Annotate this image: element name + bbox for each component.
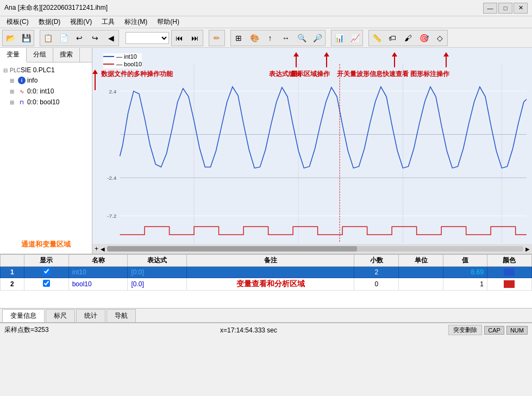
zoom-in-button[interactable]: 🔍 (294, 30, 309, 46)
svg-text:-7.2: -7.2 (107, 213, 117, 219)
display-ops-group: ⊞ 🎨 ↑ ↔ 🔍 🔎 (230, 30, 326, 46)
close-button[interactable]: ✕ (514, 3, 528, 14)
menu-annotation[interactable]: 标注(M) (120, 16, 152, 28)
data-ops-group: 📋 📄 ↩ ↪ ◀ (40, 30, 119, 46)
undo-button[interactable]: ↩ (72, 30, 87, 46)
row1-show[interactable] (24, 267, 68, 278)
fit-button[interactable]: ↔ (278, 30, 293, 46)
expand-int-icon: ⊞ (10, 89, 16, 95)
row2-show[interactable] (24, 278, 68, 291)
scroll-right-button[interactable]: ▶ (525, 246, 530, 252)
chart-scrollbar[interactable]: + ◀ ▶ (92, 244, 532, 254)
expand-info-icon: ⊞ (10, 78, 16, 84)
table-row: 1 int10 [0:0] 2 8.69 (1, 267, 532, 278)
tag-button[interactable]: 🏷 (385, 30, 400, 46)
legend-int10: — int10 (103, 53, 142, 60)
statusbar: 采样点数=3253 x=17:14:54.333 sec 突变删除 CAP NU… (0, 323, 532, 337)
col-unit: 单位 (399, 255, 443, 267)
menu-view[interactable]: 视图(V) (66, 16, 96, 28)
row1-note (187, 267, 354, 278)
tree-bool10: ⊞ ⊓ 0:0: bool10 (9, 97, 90, 108)
bool-icon: ⊓ (17, 98, 26, 106)
file-ops-group: 📂 💾 (2, 30, 34, 46)
minimize-button[interactable]: — (483, 3, 497, 14)
bool-info-button[interactable]: 📊 (331, 30, 347, 46)
ruler-button[interactable]: 📏 (369, 30, 384, 46)
menu-tools[interactable]: 工具 (97, 16, 119, 28)
btab-stats[interactable]: 统计 (76, 309, 105, 322)
grid-button[interactable]: ⊞ (231, 30, 246, 46)
scroll-plus-button[interactable]: + (95, 245, 98, 253)
plc-icon: PLC (11, 66, 20, 74)
btab-nav[interactable]: 导航 (107, 309, 136, 322)
up-button[interactable]: ↑ (262, 30, 278, 46)
row2-unit (399, 278, 443, 291)
paint-button[interactable]: 🖌 (400, 30, 416, 46)
row2-color (487, 278, 531, 291)
copy-button[interactable]: 📋 (40, 30, 55, 46)
btab-ruler[interactable]: 标尺 (46, 309, 75, 322)
variable-table-area: 显示 名称 表达式 备注 小数 单位 值 颜色 1 int10 [0:0] 2 … (0, 254, 532, 309)
paste-button[interactable]: 📄 (56, 30, 71, 46)
pencil-button[interactable]: ✏ (209, 30, 224, 46)
col-expr: 表达式 (128, 255, 187, 267)
zoom-dropdown[interactable] (126, 32, 169, 44)
expr-group: ✏ (209, 30, 225, 46)
redo-button[interactable]: ↪ (87, 30, 103, 46)
prev-button[interactable]: ⏮ (172, 30, 187, 46)
menu-help[interactable]: 帮助(H) (153, 16, 184, 28)
expand-icon: ⊟ (3, 67, 10, 73)
save-button[interactable]: 💾 (18, 30, 34, 46)
color-button[interactable]: 🎨 (247, 30, 262, 46)
open-folder-button[interactable]: 📂 (3, 30, 18, 46)
scroll-left-button[interactable]: ◀ (101, 246, 105, 252)
graphic-mark-group: 📏 🏷 🖌 🎯 ◇ (368, 30, 448, 46)
back-button[interactable]: ◀ (103, 30, 118, 46)
chart-area[interactable]: — int10 — bool10 数据文件的多种操作功能 (92, 48, 532, 254)
svg-text:-2.4: -2.4 (107, 175, 117, 181)
maximize-button[interactable]: □ (498, 3, 512, 14)
row2-note: 变量查看和分析区域 (187, 278, 354, 291)
tab-variable[interactable]: 变量 (0, 48, 27, 62)
delete-change-button[interactable]: 突变删除 (448, 325, 482, 335)
tab-group[interactable]: 分组 (27, 48, 53, 62)
col-name: 名称 (68, 255, 128, 267)
table-row: 2 bool10 [0.0] 变量查看和分析区域 0 1 (1, 278, 532, 291)
tree-int10: ⊞ ∿ 0:0: int10 (9, 86, 90, 97)
legend-int10-label: — int10 (116, 53, 137, 60)
titlebar: Ana [未命名][20220603171241.ihm] — □ ✕ (0, 0, 532, 16)
tree-root: ⊟ PLC SIE 0.PLC1 ⊞ i info ⊞ ∿ (2, 65, 90, 108)
chart-svg: 2.4 -2.4 -7.2 -12 17:14:40 17:14:50 17:1… (92, 48, 532, 254)
row2-num: 2 (1, 278, 24, 291)
target-button[interactable]: 🎯 (416, 30, 431, 46)
expand-bool-icon: ⊞ (10, 99, 16, 105)
row1-color (487, 267, 531, 278)
cursor-position: x=17:14:54.333 sec (220, 326, 277, 334)
row1-value: 8.69 (443, 267, 487, 278)
menu-template[interactable]: 模板(C) (2, 16, 33, 28)
tree-info-label: info (27, 77, 37, 84)
erase-button[interactable]: ◇ (432, 30, 447, 46)
menubar: 模板(C) 数据(D) 视图(V) 工具 标注(M) 帮助(H) (0, 16, 532, 28)
channel-area-label: 通道和变量区域 (0, 235, 92, 254)
cap-indicator: CAP (484, 326, 504, 335)
col-display: 显示 (24, 255, 68, 267)
tab-search[interactable]: 搜索 (53, 48, 80, 62)
svg-text:2.4: 2.4 (109, 89, 116, 95)
next-button[interactable]: ⏭ (187, 30, 203, 46)
col-decimal: 小数 (354, 255, 399, 267)
tree-bool10-label: 0:0: bool10 (27, 98, 59, 106)
col-num (1, 255, 24, 267)
int-icon: ∿ (17, 87, 26, 96)
btab-varinfo[interactable]: 变量信息 (2, 309, 45, 322)
svg-rect-0 (92, 48, 532, 254)
zoom-out-button[interactable]: 🔎 (310, 30, 325, 46)
status-right-area: 突变删除 CAP NUM (448, 325, 528, 335)
row2-name: bool10 (68, 278, 128, 291)
menu-data[interactable]: 数据(D) (34, 16, 65, 28)
col-note: 备注 (187, 255, 354, 267)
col-color: 颜色 (487, 255, 531, 267)
tree-area: ⊟ PLC SIE 0.PLC1 ⊞ i info ⊞ ∿ (0, 62, 92, 235)
pulse-button[interactable]: 📈 (347, 30, 362, 46)
legend-int10-line (103, 56, 114, 57)
